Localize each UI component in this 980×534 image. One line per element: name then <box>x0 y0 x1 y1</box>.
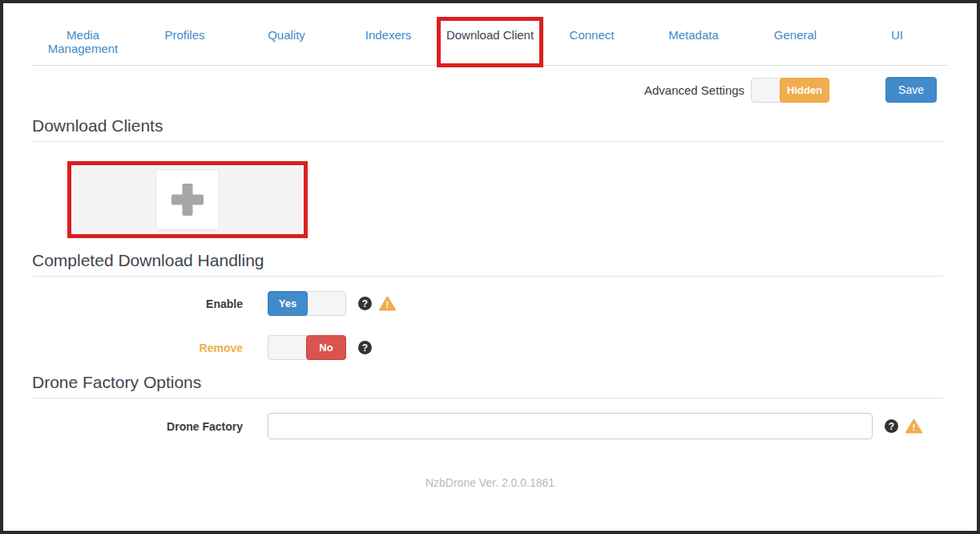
tab-indexers[interactable]: Indexers <box>337 19 439 65</box>
warning-icon[interactable]: ! <box>905 419 922 434</box>
save-button[interactable]: Save <box>885 77 937 103</box>
drone-factory-input[interactable] <box>268 413 873 439</box>
drone-factory-label: Drone Factory <box>3 420 243 433</box>
settings-tab-bar: Media Management Profiles Quality Indexe… <box>32 19 948 66</box>
remove-toggle-value: No <box>306 335 346 360</box>
advanced-settings-toggle[interactable]: Hidden <box>751 78 829 103</box>
tab-general[interactable]: General <box>744 19 846 65</box>
tab-ui[interactable]: UI <box>846 19 948 65</box>
settings-page: Media Management Profiles Quality Indexe… <box>0 0 980 534</box>
svg-text:!: ! <box>913 423 916 432</box>
svg-text:!: ! <box>386 300 389 309</box>
add-download-client-button[interactable] <box>155 169 220 230</box>
enable-label: Enable <box>3 297 243 310</box>
tab-download-client[interactable]: Download Client <box>439 19 541 65</box>
drone-factory-options-heading: Drone Factory Options <box>32 373 943 398</box>
enable-toggle-value: Yes <box>268 291 308 316</box>
help-icon[interactable]: ? <box>358 297 372 310</box>
enable-toggle[interactable]: Yes <box>268 291 346 316</box>
tab-media-management[interactable]: Media Management <box>32 19 134 65</box>
remove-toggle[interactable]: No <box>268 335 346 360</box>
advanced-settings-toggle-value: Hidden <box>780 78 829 103</box>
settings-toolbar: Advanced Settings Hidden Save <box>3 76 937 103</box>
enable-row: Enable Yes ? ! <box>3 291 977 316</box>
remove-row: Remove No ? <box>3 335 977 360</box>
remove-label: Remove <box>3 342 243 354</box>
warning-icon[interactable]: ! <box>379 296 396 311</box>
help-icon[interactable]: ? <box>358 341 372 354</box>
help-icon[interactable]: ? <box>885 419 898 433</box>
tab-metadata[interactable]: Metadata <box>643 19 744 65</box>
advanced-settings-label: Advanced Settings <box>644 83 744 97</box>
completed-download-handling-heading: Completed Download Handling <box>32 251 943 277</box>
drone-factory-row: Drone Factory ? ! <box>3 413 977 439</box>
version-footer: NzbDrone Ver. 2.0.0.1861 <box>3 476 977 489</box>
tab-quality[interactable]: Quality <box>236 19 337 65</box>
tab-connect[interactable]: Connect <box>541 19 643 65</box>
add-download-client-card <box>71 165 304 234</box>
download-clients-heading: Download Clients <box>32 116 943 142</box>
add-icon <box>171 184 204 216</box>
annotation-highlight-add-card <box>67 161 308 238</box>
tab-profiles[interactable]: Profiles <box>134 19 236 65</box>
